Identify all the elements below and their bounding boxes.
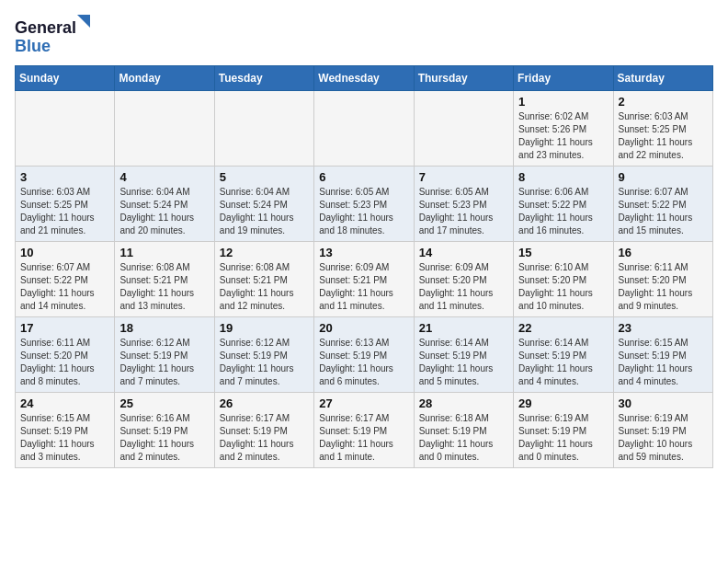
calendar-cell: 19Sunrise: 6:12 AM Sunset: 5:19 PM Dayli… <box>214 317 313 393</box>
day-info: Sunrise: 6:15 AM Sunset: 5:19 PM Dayligh… <box>20 412 109 464</box>
week-row-4: 17Sunrise: 6:11 AM Sunset: 5:20 PM Dayli… <box>16 317 713 393</box>
calendar-cell: 13Sunrise: 6:09 AM Sunset: 5:21 PM Dayli… <box>314 242 414 317</box>
day-number: 18 <box>119 321 209 335</box>
calendar-cell: 24Sunrise: 6:15 AM Sunset: 5:19 PM Dayli… <box>16 393 115 468</box>
day-number: 27 <box>319 396 408 410</box>
day-info: Sunrise: 6:08 AM Sunset: 5:21 PM Dayligh… <box>220 261 309 313</box>
day-info: Sunrise: 6:10 AM Sunset: 5:20 PM Dayligh… <box>518 261 608 313</box>
day-number: 11 <box>119 246 209 259</box>
calendar-cell: 27Sunrise: 6:17 AM Sunset: 5:19 PM Dayli… <box>314 393 414 468</box>
weekday-header-tuesday: Tuesday <box>214 66 313 91</box>
calendar-cell: 23Sunrise: 6:15 AM Sunset: 5:19 PM Dayli… <box>613 317 712 393</box>
calendar-cell: 25Sunrise: 6:16 AM Sunset: 5:19 PM Dayli… <box>115 393 214 468</box>
day-info: Sunrise: 6:12 AM Sunset: 5:19 PM Dayligh… <box>220 337 309 388</box>
day-number: 14 <box>419 246 508 259</box>
calendar-cell <box>115 91 214 167</box>
day-number: 2 <box>619 95 708 109</box>
weekday-header-monday: Monday <box>115 66 214 91</box>
calendar-body: 1Sunrise: 6:02 AM Sunset: 5:26 PM Daylig… <box>16 91 713 468</box>
calendar-cell: 12Sunrise: 6:08 AM Sunset: 5:21 PM Dayli… <box>214 242 313 317</box>
weekday-header-row: SundayMondayTuesdayWednesdayThursdayFrid… <box>16 66 713 91</box>
day-info: Sunrise: 6:08 AM Sunset: 5:21 PM Dayligh… <box>119 261 209 313</box>
day-info: Sunrise: 6:09 AM Sunset: 5:20 PM Dayligh… <box>419 261 508 313</box>
day-info: Sunrise: 6:19 AM Sunset: 5:19 PM Dayligh… <box>619 412 708 464</box>
day-number: 5 <box>220 170 309 184</box>
day-info: Sunrise: 6:13 AM Sunset: 5:19 PM Dayligh… <box>319 337 408 388</box>
day-number: 22 <box>518 321 608 335</box>
day-number: 23 <box>619 321 708 335</box>
calendar-cell: 9Sunrise: 6:07 AM Sunset: 5:22 PM Daylig… <box>613 167 712 242</box>
calendar-cell: 26Sunrise: 6:17 AM Sunset: 5:19 PM Dayli… <box>214 393 313 468</box>
calendar-cell: 4Sunrise: 6:04 AM Sunset: 5:24 PM Daylig… <box>115 167 214 242</box>
day-number: 3 <box>20 170 109 184</box>
day-number: 17 <box>20 321 109 335</box>
day-info: Sunrise: 6:15 AM Sunset: 5:19 PM Dayligh… <box>619 337 708 388</box>
weekday-header-wednesday: Wednesday <box>314 66 414 91</box>
day-info: Sunrise: 6:12 AM Sunset: 5:19 PM Dayligh… <box>119 337 209 388</box>
logo: GeneralBlue <box>15 15 97 56</box>
day-info: Sunrise: 6:05 AM Sunset: 5:23 PM Dayligh… <box>419 186 508 237</box>
day-number: 25 <box>119 396 209 410</box>
day-number: 9 <box>619 170 708 184</box>
calendar-cell: 5Sunrise: 6:04 AM Sunset: 5:24 PM Daylig… <box>214 167 313 242</box>
day-info: Sunrise: 6:03 AM Sunset: 5:25 PM Dayligh… <box>20 186 109 237</box>
day-number: 21 <box>419 321 508 335</box>
calendar-cell: 11Sunrise: 6:08 AM Sunset: 5:21 PM Dayli… <box>115 242 214 317</box>
week-row-5: 24Sunrise: 6:15 AM Sunset: 5:19 PM Dayli… <box>16 393 713 468</box>
calendar-cell: 22Sunrise: 6:14 AM Sunset: 5:19 PM Dayli… <box>514 317 613 393</box>
day-info: Sunrise: 6:05 AM Sunset: 5:23 PM Dayligh… <box>319 186 408 237</box>
day-info: Sunrise: 6:14 AM Sunset: 5:19 PM Dayligh… <box>419 337 508 388</box>
calendar-cell: 16Sunrise: 6:11 AM Sunset: 5:20 PM Dayli… <box>613 242 712 317</box>
day-info: Sunrise: 6:04 AM Sunset: 5:24 PM Dayligh… <box>119 186 209 237</box>
day-info: Sunrise: 6:16 AM Sunset: 5:19 PM Dayligh… <box>119 412 209 464</box>
calendar-cell: 6Sunrise: 6:05 AM Sunset: 5:23 PM Daylig… <box>314 167 414 242</box>
day-info: Sunrise: 6:04 AM Sunset: 5:24 PM Dayligh… <box>220 186 309 237</box>
header: GeneralBlue <box>15 15 713 56</box>
calendar-cell: 10Sunrise: 6:07 AM Sunset: 5:22 PM Dayli… <box>16 242 115 317</box>
weekday-header-saturday: Saturday <box>613 66 712 91</box>
week-row-1: 1Sunrise: 6:02 AM Sunset: 5:26 PM Daylig… <box>16 91 713 167</box>
weekday-header-friday: Friday <box>514 66 613 91</box>
day-number: 20 <box>319 321 408 335</box>
day-info: Sunrise: 6:14 AM Sunset: 5:19 PM Dayligh… <box>518 337 608 388</box>
day-number: 12 <box>220 246 309 259</box>
calendar-header: SundayMondayTuesdayWednesdayThursdayFrid… <box>16 66 713 91</box>
calendar-cell <box>214 91 313 167</box>
day-number: 29 <box>518 396 608 410</box>
day-info: Sunrise: 6:17 AM Sunset: 5:19 PM Dayligh… <box>220 412 309 464</box>
calendar-cell <box>314 91 414 167</box>
day-info: Sunrise: 6:11 AM Sunset: 5:20 PM Dayligh… <box>619 261 708 313</box>
calendar-cell: 15Sunrise: 6:10 AM Sunset: 5:20 PM Dayli… <box>514 242 613 317</box>
day-number: 6 <box>319 170 408 184</box>
calendar-cell: 7Sunrise: 6:05 AM Sunset: 5:23 PM Daylig… <box>414 167 513 242</box>
svg-text:General: General <box>15 18 76 37</box>
calendar-cell <box>414 91 513 167</box>
calendar-cell: 17Sunrise: 6:11 AM Sunset: 5:20 PM Dayli… <box>16 317 115 393</box>
weekday-header-sunday: Sunday <box>16 66 115 91</box>
day-info: Sunrise: 6:02 AM Sunset: 5:26 PM Dayligh… <box>518 110 608 162</box>
day-number: 1 <box>518 95 608 109</box>
weekday-header-thursday: Thursday <box>414 66 513 91</box>
calendar-cell: 8Sunrise: 6:06 AM Sunset: 5:22 PM Daylig… <box>514 167 613 242</box>
day-info: Sunrise: 6:09 AM Sunset: 5:21 PM Dayligh… <box>319 261 408 313</box>
day-info: Sunrise: 6:18 AM Sunset: 5:19 PM Dayligh… <box>419 412 508 464</box>
day-number: 19 <box>220 321 309 335</box>
day-number: 15 <box>518 246 608 259</box>
day-number: 7 <box>419 170 508 184</box>
day-number: 16 <box>619 246 708 259</box>
day-number: 4 <box>119 170 209 184</box>
week-row-2: 3Sunrise: 6:03 AM Sunset: 5:25 PM Daylig… <box>16 167 713 242</box>
day-number: 30 <box>619 396 708 410</box>
calendar-cell <box>16 91 115 167</box>
day-info: Sunrise: 6:03 AM Sunset: 5:25 PM Dayligh… <box>619 110 708 162</box>
day-number: 26 <box>220 396 309 410</box>
calendar: SundayMondayTuesdayWednesdayThursdayFrid… <box>15 65 713 468</box>
calendar-cell: 30Sunrise: 6:19 AM Sunset: 5:19 PM Dayli… <box>613 393 712 468</box>
logo-icon: GeneralBlue <box>15 15 97 56</box>
calendar-cell: 20Sunrise: 6:13 AM Sunset: 5:19 PM Dayli… <box>314 317 414 393</box>
calendar-cell: 3Sunrise: 6:03 AM Sunset: 5:25 PM Daylig… <box>16 167 115 242</box>
calendar-cell: 21Sunrise: 6:14 AM Sunset: 5:19 PM Dayli… <box>414 317 513 393</box>
calendar-cell: 28Sunrise: 6:18 AM Sunset: 5:19 PM Dayli… <box>414 393 513 468</box>
day-number: 8 <box>518 170 608 184</box>
day-number: 28 <box>419 396 508 410</box>
